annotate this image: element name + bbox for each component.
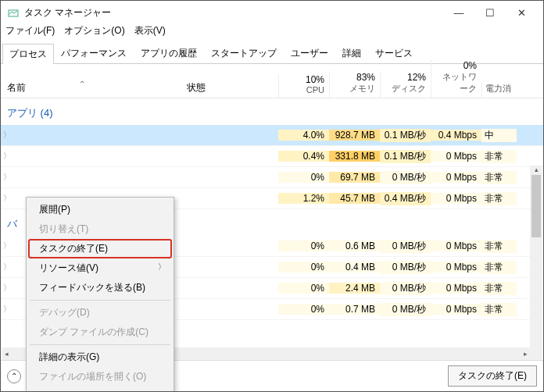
cm-expand[interactable]: 展開(P) [28, 200, 172, 219]
expand-chevron-icon[interactable]: 〉 [1, 241, 13, 251]
tab-users[interactable]: ユーザー [284, 43, 335, 63]
expand-chevron-icon[interactable]: 〉 [1, 151, 13, 162]
cm-debug: デバッグ(D) [28, 303, 172, 323]
tab-processes[interactable]: プロセス [2, 44, 54, 64]
expand-chevron-icon[interactable]: 〉 [1, 283, 13, 294]
app-icon [7, 6, 20, 19]
titlebar: タスク マネージャー ― ☐ ✕ [1, 1, 543, 24]
cell-power: 非常 [481, 192, 517, 205]
table-row[interactable]: 〉0.4%331.8 MB0.1 MB/秒0 Mbps非常 [1, 146, 543, 167]
expand-chevron-icon[interactable]: 〉 [1, 304, 13, 315]
cm-resource[interactable]: リソース値(V)〉 [28, 258, 172, 278]
tab-startup[interactable]: スタートアップ [204, 43, 284, 63]
cell-cpu: 0% [278, 172, 329, 183]
cell-cpu: 0.4% [278, 151, 329, 162]
scroll-right-icon[interactable]: ▸ [521, 347, 530, 360]
cell-power: 非常 [481, 240, 517, 253]
expand-chevron-icon[interactable]: 〉 [1, 172, 13, 183]
cell-disk: 0.1 MB/秒 [380, 150, 431, 163]
menubar: ファイル(F) オプション(O) 表示(V) [1, 24, 543, 40]
menu-options[interactable]: オプション(O) [64, 24, 124, 40]
submenu-arrow-icon: 〉 [158, 262, 166, 273]
window-controls: ― ☐ ✕ [443, 2, 537, 23]
cm-separator [30, 300, 170, 301]
end-task-button[interactable]: タスクの終了(E) [448, 365, 537, 387]
cell-cpu: 1.2% [278, 193, 329, 204]
cm-search[interactable]: オンライン検索(S) [28, 387, 172, 392]
minimize-button[interactable]: ― [443, 2, 474, 23]
scroll-thumb[interactable] [531, 175, 541, 237]
tab-history[interactable]: アプリの履歴 [134, 43, 204, 63]
cell-disk: 0.4 MB/秒 [380, 192, 431, 205]
vertical-scrollbar[interactable]: ▴ ▾ [530, 166, 542, 392]
tab-details[interactable]: 詳細 [335, 43, 368, 63]
cell-memory: 928.7 MB [329, 130, 380, 141]
expand-chevron-icon[interactable]: 〉 [1, 262, 13, 273]
table-row[interactable]: 〉4.0%928.7 MB0.1 MB/秒0.4 Mbps中 [1, 125, 543, 146]
cell-memory: 2.4 MB [329, 283, 380, 294]
cell-disk: 0 MB/秒 [380, 261, 431, 274]
cell-memory: 45.7 MB [329, 193, 380, 204]
cell-power: 中 [481, 129, 517, 142]
group-apps[interactable]: アプリ (4) [1, 98, 543, 125]
cm-details[interactable]: 詳細の表示(G) [28, 347, 172, 367]
expand-chevron-icon[interactable]: 〉 [1, 130, 13, 141]
cell-network: 0 Mbps [431, 262, 481, 273]
scroll-up-icon[interactable]: ▴ [530, 166, 542, 175]
cell-disk: 0 MB/秒 [380, 240, 431, 253]
cell-network: 0 Mbps [431, 283, 481, 294]
cell-power: 非常 [481, 171, 517, 184]
cell-power: 非常 [481, 261, 517, 274]
cm-switch: 切り替え(T) [28, 219, 172, 239]
cm-dump: ダンプ ファイルの作成(C) [28, 323, 172, 342]
cell-disk: 0.1 MB/秒 [380, 129, 431, 142]
expand-chevron-icon[interactable]: 〉 [1, 193, 13, 204]
window-title: タスク マネージャー [24, 6, 443, 20]
column-headers: ⌃ 名前 状態 10%CPU 83%メモリ 12%ディスク 0%ネットワーク 電… [1, 64, 543, 98]
table-row[interactable]: 〉0%69.7 MB0 MB/秒0 Mbps非常 [1, 167, 543, 188]
cell-power: 非常 [481, 150, 517, 163]
cell-power: 非常 [481, 282, 517, 295]
scroll-left-icon[interactable]: ◂ [2, 347, 11, 360]
cell-network: 0 Mbps [431, 304, 481, 315]
cm-end-task[interactable]: タスクの終了(E) [28, 239, 172, 258]
col-power[interactable]: 電力消 [481, 83, 517, 98]
close-button[interactable]: ✕ [506, 2, 537, 23]
context-menu: 展開(P) 切り替え(T) タスクの終了(E) リソース値(V)〉 フィードバッ… [26, 197, 174, 392]
col-memory[interactable]: 83%メモリ [329, 72, 380, 98]
cm-open-location: ファイルの場所を開く(O) [28, 367, 172, 387]
tab-performance[interactable]: パフォーマンス [54, 43, 134, 63]
content-area: ⌃ 名前 状態 10%CPU 83%メモリ 12%ディスク 0%ネットワーク 電… [1, 64, 543, 361]
cell-memory: 0.6 MB [329, 241, 380, 251]
cell-memory: 69.7 MB [329, 172, 380, 183]
cell-cpu: 0% [278, 241, 329, 251]
cell-network: 0 Mbps [431, 172, 481, 183]
cell-disk: 0 MB/秒 [380, 303, 431, 316]
col-name[interactable]: ⌃ 名前 [1, 81, 181, 98]
cm-feedback[interactable]: フィードバックを送る(B) [28, 278, 172, 298]
col-network[interactable]: 0%ネットワーク [431, 60, 481, 98]
tab-services[interactable]: サービス [368, 43, 420, 63]
cell-cpu: 0% [278, 283, 329, 294]
maximize-button[interactable]: ☐ [474, 2, 506, 23]
cell-network: 0.4 Mbps [431, 130, 481, 141]
cell-disk: 0 MB/秒 [380, 282, 431, 295]
cell-cpu: 0% [278, 304, 329, 315]
col-disk[interactable]: 12%ディスク [380, 72, 431, 98]
cell-memory: 331.8 MB [329, 151, 380, 162]
chevron-up-icon: ⌃ [7, 369, 21, 383]
menu-view[interactable]: 表示(V) [134, 24, 166, 40]
cell-power: 非常 [481, 303, 517, 316]
cell-network: 0 Mbps [431, 193, 481, 204]
cell-cpu: 0% [278, 262, 329, 273]
col-cpu[interactable]: 10%CPU [278, 74, 329, 98]
cell-memory: 0.4 MB [329, 262, 380, 273]
col-status[interactable]: 状態 [181, 81, 278, 98]
cell-disk: 0 MB/秒 [380, 171, 431, 184]
cell-memory: 0.7 MB [329, 304, 380, 315]
menu-file[interactable]: ファイル(F) [5, 24, 55, 40]
sort-indicator-icon: ⌃ [79, 80, 85, 88]
cell-network: 0 Mbps [431, 241, 481, 251]
cm-separator [30, 344, 170, 345]
cell-network: 0 Mbps [431, 151, 481, 162]
